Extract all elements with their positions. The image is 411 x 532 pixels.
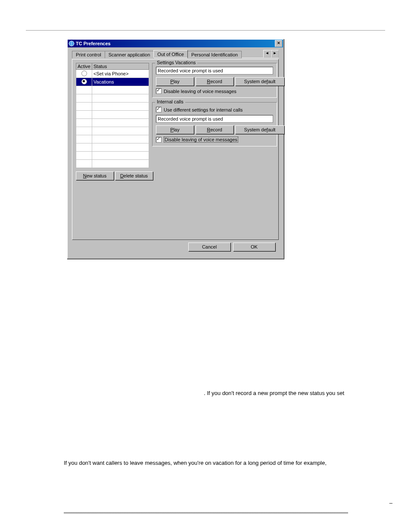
radio-off-icon[interactable] bbox=[81, 71, 87, 76]
ok-button[interactable]: OK bbox=[233, 243, 275, 251]
tab-strip: Print control Scanner application Out of… bbox=[72, 50, 279, 58]
footer-rule bbox=[64, 512, 348, 514]
table-row[interactable] bbox=[76, 127, 149, 135]
page-text-fragment: If you don't want callers to leave messa… bbox=[64, 460, 327, 466]
disable-leaving-checkbox[interactable]: Disable leaving of voice messages bbox=[156, 88, 273, 94]
checkbox-label: Disable leaving of voice messages bbox=[164, 137, 238, 143]
close-icon[interactable]: ✕ bbox=[275, 40, 282, 47]
page-text-fragment: . If you don't record a new prompt the n… bbox=[204, 390, 344, 396]
table-row[interactable] bbox=[76, 111, 149, 119]
col-status: Status bbox=[92, 63, 149, 70]
internal-voice-prompt-field[interactable] bbox=[156, 115, 273, 123]
table-row[interactable] bbox=[76, 143, 149, 152]
delete-status-button[interactable]: Delete status bbox=[115, 171, 153, 180]
col-active: Active bbox=[76, 63, 92, 70]
internal-record-button[interactable]: Record bbox=[196, 125, 234, 134]
internal-disable-leaving-checkbox[interactable]: Disable leaving of voice messages bbox=[156, 137, 273, 143]
tab-scroll-right[interactable]: ► bbox=[271, 50, 279, 58]
checkbox-icon bbox=[156, 137, 162, 143]
table-row[interactable] bbox=[76, 86, 149, 94]
dialog-title: TC Preferences bbox=[76, 41, 111, 46]
tab-personal-identification[interactable]: Personal Identification bbox=[187, 51, 242, 58]
table-row[interactable] bbox=[76, 119, 149, 127]
table-row[interactable] bbox=[76, 94, 149, 103]
use-different-checkbox[interactable]: Use different settings for internal call… bbox=[156, 107, 273, 112]
app-icon bbox=[68, 40, 75, 47]
checkbox-icon bbox=[156, 107, 162, 112]
tab-print-control[interactable]: Print control bbox=[72, 51, 105, 58]
table-row[interactable] bbox=[76, 152, 149, 160]
record-button[interactable]: Record bbox=[196, 77, 234, 86]
checkbox-label: Disable leaving of voice messages bbox=[164, 89, 237, 94]
status-label: Vacations bbox=[92, 78, 149, 86]
out-of-office-pane: Active Status <Set via Phone> Vacations bbox=[72, 59, 279, 240]
checkbox-label: Use different settings for internal call… bbox=[164, 107, 243, 112]
page-mark: – bbox=[389, 500, 392, 506]
preferences-dialog: TC Preferences ✕ Print control Scanner a… bbox=[67, 39, 284, 259]
radio-on-icon[interactable] bbox=[81, 79, 87, 84]
new-status-button[interactable]: New status bbox=[76, 171, 114, 180]
status-label: <Set via Phone> bbox=[92, 70, 149, 78]
cancel-button[interactable]: Cancel bbox=[188, 243, 230, 251]
play-button[interactable]: Play bbox=[156, 77, 194, 86]
header-rule bbox=[26, 30, 385, 31]
table-row[interactable] bbox=[76, 103, 149, 111]
table-row[interactable]: <Set via Phone> bbox=[76, 70, 149, 78]
settings-legend: Settings Vacations bbox=[155, 60, 197, 65]
table-row[interactable]: Vacations bbox=[76, 78, 149, 86]
table-row[interactable] bbox=[76, 160, 149, 168]
tab-out-of-office[interactable]: Out of Office bbox=[153, 50, 188, 58]
table-row[interactable] bbox=[76, 135, 149, 143]
tab-scanner-application[interactable]: Scanner application bbox=[105, 51, 154, 58]
title-bar[interactable]: TC Preferences ✕ bbox=[68, 40, 283, 47]
system-default-button[interactable]: System default bbox=[235, 77, 284, 86]
internal-calls-group: Internal calls Use different settings fo… bbox=[152, 102, 277, 146]
tab-scroll-left[interactable]: ◄ bbox=[263, 50, 271, 58]
internal-play-button[interactable]: Play bbox=[156, 125, 194, 134]
checkbox-icon bbox=[156, 88, 162, 94]
voice-prompt-field[interactable] bbox=[156, 67, 273, 75]
settings-group: Settings Vacations Play Record System de… bbox=[152, 63, 277, 98]
internal-system-default-button[interactable]: System default bbox=[235, 125, 284, 134]
status-table[interactable]: Active Status <Set via Phone> Vacations bbox=[76, 63, 149, 168]
internal-legend: Internal calls bbox=[155, 99, 185, 104]
